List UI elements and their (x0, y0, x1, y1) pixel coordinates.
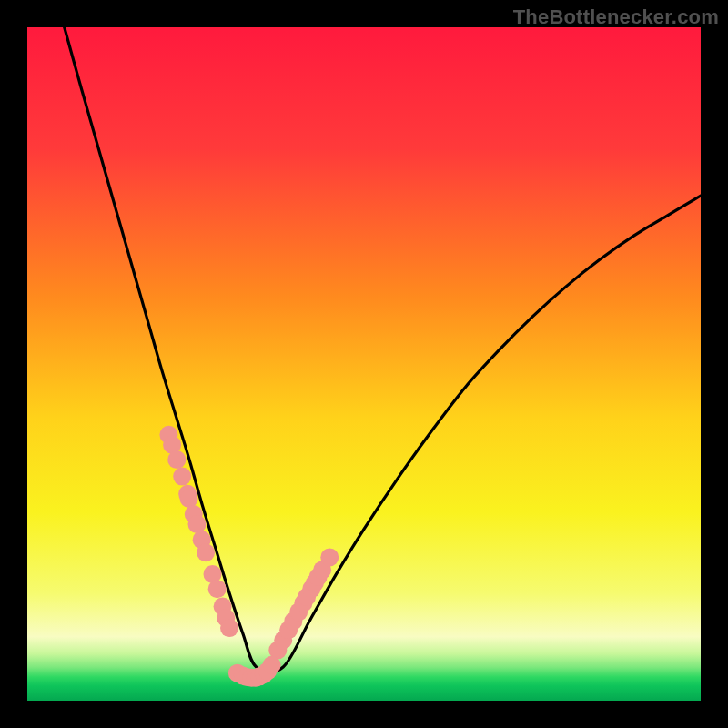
chart-svg (0, 0, 728, 728)
data-point (208, 580, 227, 598)
watermark-text: TheBottlenecker.com (513, 5, 719, 29)
data-point (180, 490, 198, 508)
data-point (320, 548, 339, 566)
data-point (187, 515, 206, 533)
chart-frame (0, 0, 728, 728)
plot-background (27, 27, 701, 701)
data-point (173, 468, 191, 486)
data-point (263, 656, 281, 674)
data-point (220, 619, 238, 637)
data-point (197, 543, 215, 561)
data-point (167, 450, 186, 469)
